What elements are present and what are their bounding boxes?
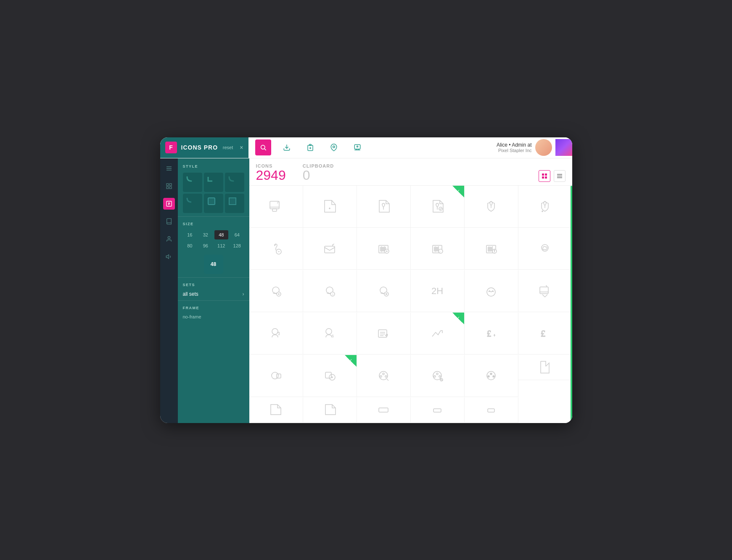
style-section: STYLE: [178, 158, 249, 216]
icon-cell[interactable]: $: [303, 313, 357, 355]
icon-cell[interactable]: [411, 355, 465, 397]
icon-cell[interactable]: [249, 186, 303, 228]
icon-cell[interactable]: [249, 228, 303, 270]
icon-cell[interactable]: [411, 186, 465, 228]
size-112[interactable]: 112: [214, 241, 229, 250]
style-item-4[interactable]: [183, 194, 202, 213]
settings-button[interactable]: [349, 139, 365, 155]
size-80[interactable]: 80: [183, 241, 197, 250]
icon-cell[interactable]: [518, 270, 572, 312]
svg-line-1: [264, 149, 266, 150]
selected-indicator: [452, 186, 464, 197]
icon-cell[interactable]: £: [465, 313, 518, 355]
nav-grid[interactable]: [163, 180, 175, 192]
svg-rect-128: [379, 408, 388, 412]
size-32[interactable]: 32: [198, 230, 213, 239]
svg-rect-129: [433, 409, 441, 412]
icon-cell[interactable]: [303, 397, 357, 423]
icon-cell[interactable]: [303, 228, 357, 270]
selected-indicator: [345, 355, 357, 367]
sets-label: SETS: [183, 283, 244, 287]
icon-cell[interactable]: [249, 355, 303, 397]
main-content: ICONS 2949 CLIPBOARD 0: [249, 158, 572, 423]
content-header: ICONS 2949 CLIPBOARD 0: [249, 158, 572, 186]
reset-link[interactable]: reset: [223, 145, 233, 150]
icon-cell[interactable]: [357, 270, 411, 312]
sets-value: all sets: [183, 291, 198, 297]
svg-line-114: [387, 379, 388, 381]
search-button[interactable]: [255, 139, 271, 155]
close-button[interactable]: ×: [240, 144, 243, 151]
icon-text: 2H: [431, 286, 443, 297]
icon-cell[interactable]: [357, 228, 411, 270]
icon-cell[interactable]: [518, 228, 572, 270]
size-label: SIZE: [183, 222, 244, 226]
svg-point-116: [434, 376, 436, 377]
svg-point-21: [168, 237, 170, 239]
size-64[interactable]: 64: [230, 230, 244, 239]
frame-label: FRAME: [183, 306, 244, 310]
icon-cell[interactable]: i: [411, 228, 465, 270]
icon-cell[interactable]: [249, 397, 303, 423]
icon-cell[interactable]: [518, 355, 572, 380]
grid-view-button[interactable]: [539, 170, 550, 182]
svg-point-117: [436, 373, 438, 375]
nav-speaker[interactable]: [163, 251, 175, 263]
nav-icons[interactable]: [163, 198, 175, 210]
icon-cell[interactable]: [357, 186, 411, 228]
icon-cell[interactable]: ?: [303, 270, 357, 312]
download-button[interactable]: [279, 139, 295, 155]
svg-rect-19: [169, 187, 172, 189]
icon-cell[interactable]: [411, 397, 465, 423]
svg-rect-45: [325, 246, 335, 253]
svg-point-112: [383, 373, 384, 375]
svg-point-75: [494, 250, 495, 251]
svg-rect-24: [229, 198, 236, 205]
nav-person[interactable]: [163, 233, 175, 245]
style-item-2[interactable]: [204, 173, 223, 192]
svg-rect-28: [545, 176, 547, 179]
icon-cell[interactable]: [303, 186, 357, 228]
icon-cell[interactable]: [465, 397, 518, 423]
header-right: Alice • Admin at Pixel Stapler Inc: [497, 139, 572, 156]
style-label: STYLE: [183, 164, 244, 168]
icon-cell[interactable]: [357, 313, 411, 355]
icon-cell[interactable]: [357, 397, 411, 423]
icon-cell[interactable]: [518, 186, 572, 228]
clipboard-add-button[interactable]: [302, 139, 318, 155]
icon-cell[interactable]: £: [518, 313, 572, 355]
sets-row[interactable]: all sets ›: [183, 291, 244, 297]
icon-cell[interactable]: [249, 270, 303, 312]
nav-menu[interactable]: [163, 163, 175, 174]
style-item-1[interactable]: [183, 173, 202, 192]
header-toolbar: [248, 139, 497, 155]
size-96[interactable]: 96: [198, 241, 213, 250]
svg-rect-32: [270, 201, 279, 209]
icon-cell[interactable]: [465, 186, 518, 228]
icon-cell[interactable]: [303, 355, 357, 397]
icon-cell[interactable]: [465, 270, 518, 312]
pin-button[interactable]: [326, 139, 342, 155]
user-info: Alice • Admin at Pixel Stapler Inc: [497, 142, 532, 153]
icon-cell[interactable]: [465, 228, 518, 270]
svg-point-125: [488, 376, 489, 377]
list-view-button[interactable]: [554, 170, 566, 182]
style-item-6[interactable]: [225, 194, 244, 213]
icon-cell[interactable]: [249, 313, 303, 355]
size-indicator: 48: [204, 255, 223, 274]
size-48[interactable]: 48: [214, 230, 229, 239]
nav-book[interactable]: [163, 216, 175, 227]
icon-cell[interactable]: 2H: [411, 270, 465, 312]
icon-cell[interactable]: [357, 355, 411, 397]
style-item-5[interactable]: [204, 194, 223, 213]
size-128[interactable]: 128: [230, 241, 244, 250]
icon-cell[interactable]: [465, 355, 518, 397]
style-item-3[interactable]: [225, 173, 244, 192]
svg-rect-30: [557, 176, 562, 176]
icon-cell[interactable]: [411, 313, 465, 355]
svg-text:$: $: [332, 334, 334, 338]
icon-grid: i: [249, 186, 572, 423]
size-16[interactable]: 16: [183, 230, 197, 239]
frame-section: FRAME no-frame: [178, 300, 249, 323]
svg-point-111: [380, 376, 382, 377]
